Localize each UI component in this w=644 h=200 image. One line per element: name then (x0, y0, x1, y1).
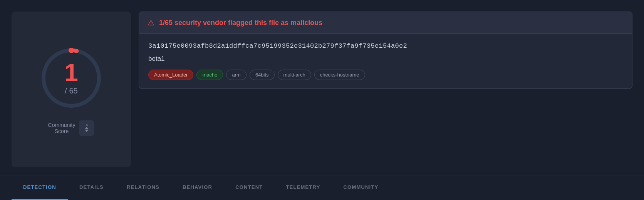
score-total: / 65 (65, 87, 77, 95)
file-name: beta1 (148, 55, 623, 63)
main-content: 1 / 65 CommunityScore ⚠ 1/65 security ve… (0, 0, 644, 175)
tab-detection[interactable]: DETECTION (12, 175, 68, 200)
alert-text: 1/65 security vendor flagged this file a… (159, 19, 322, 27)
tag-multi-arch[interactable]: multi-arch (278, 70, 311, 80)
community-score-stepper[interactable] (79, 120, 94, 136)
community-score-label: CommunityScore (48, 122, 75, 134)
file-info-panel: 3a10175e0093afb8d2a1ddffca7c95199352e314… (139, 34, 632, 89)
arrow-up-icon (85, 127, 89, 129)
tag-macho[interactable]: macho (196, 70, 223, 80)
score-card: 1 / 65 CommunityScore (12, 12, 131, 167)
alert-banner: ⚠ 1/65 security vendor flagged this file… (139, 12, 632, 34)
stepper-arrows (85, 127, 89, 132)
file-hash[interactable]: 3a10175e0093afb8d2a1ddffca7c95199352e314… (148, 42, 623, 50)
info-panel: ⚠ 1/65 security vendor flagged this file… (139, 12, 632, 167)
tab-behavior[interactable]: BEHAVIOR (171, 175, 224, 200)
gauge-container: 1 / 65 (37, 43, 106, 113)
tab-relations[interactable]: RELATIONS (115, 175, 171, 200)
arrow-down-icon (85, 130, 89, 132)
score-number: 1 (64, 60, 78, 85)
tag-checks-hostname[interactable]: checks-hostname (314, 70, 365, 80)
tag-64bits[interactable]: 64bits (250, 70, 275, 80)
bottom-tabs: DETECTIONDETAILSRELATIONSBEHAVIORCONTENT… (0, 175, 644, 200)
tab-content[interactable]: CONTENT (224, 175, 274, 200)
svg-point-2 (69, 48, 74, 53)
alert-icon: ⚠ (148, 18, 154, 27)
community-score-section: CommunityScore (48, 120, 95, 136)
tags-row: Atomic_Loadermachoarm64bitsmulti-archche… (148, 70, 623, 80)
tag-atomic_loader[interactable]: Atomic_Loader (148, 70, 193, 80)
tab-telemetry[interactable]: TELEMETRY (274, 175, 332, 200)
tab-community[interactable]: COMMUNITY (332, 175, 390, 200)
tag-arm[interactable]: arm (226, 70, 246, 80)
tab-details[interactable]: DETAILS (68, 175, 115, 200)
gauge-center: 1 / 65 (64, 60, 78, 95)
stepper-dot (86, 124, 88, 126)
